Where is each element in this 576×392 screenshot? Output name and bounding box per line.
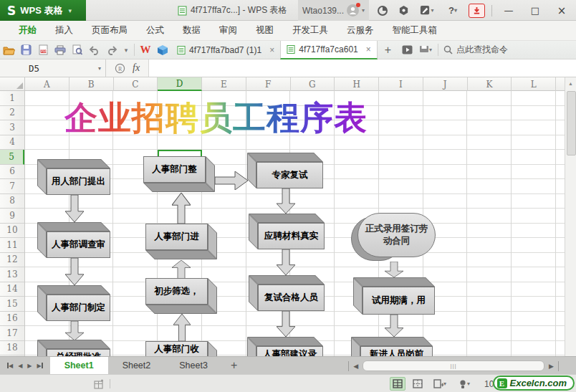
flowchart-box[interactable]: 人事部门进 (145, 224, 217, 259)
save-icon[interactable] (17, 42, 34, 58)
formula-input[interactable] (148, 59, 576, 77)
prev-sheet-icon[interactable]: ◀ (18, 363, 22, 369)
row-header-12[interactable]: 12 (0, 253, 24, 268)
flowchart-box[interactable]: 人事部建议录 (247, 337, 323, 356)
3d-cube-icon[interactable] (154, 42, 171, 58)
menu-cloud[interactable]: 云服务 (338, 21, 383, 39)
circled-r-icon[interactable]: R (115, 63, 125, 74)
close-icon[interactable]: × (366, 44, 371, 54)
down-arrow-shape[interactable] (277, 311, 295, 337)
flowchart-box[interactable]: 总经理批准 (37, 340, 110, 356)
settings-icon[interactable] (396, 4, 411, 18)
export-pdf-icon[interactable]: PDF (34, 42, 52, 58)
row-header-18[interactable]: 18 (0, 341, 24, 356)
page-break-view-icon[interactable] (410, 377, 426, 391)
flowchart-box[interactable]: 人事部门整 (143, 156, 215, 192)
flowchart-box[interactable]: 复试合格人员 (249, 275, 325, 311)
down-arrow-shape[interactable] (277, 249, 295, 275)
sheet-tab-sheet2[interactable]: Sheet2 (108, 357, 165, 374)
vertical-scrollbar[interactable]: ▲ (565, 77, 576, 356)
flowchart-box[interactable]: 试用期满，用 (353, 277, 435, 315)
menu-smart-tools[interactable]: 智能工具箱 (384, 21, 446, 39)
doc-tab[interactable]: 4f717ffa7bad7 (1)1 × (171, 41, 280, 59)
down-arrow-shape[interactable] (65, 195, 84, 222)
row-header-4[interactable]: 4 (0, 135, 24, 150)
column-header-c[interactable]: C (114, 77, 158, 91)
video-tutorial-icon[interactable] (398, 42, 416, 58)
row-header-15[interactable]: 15 (0, 297, 24, 312)
minimize-button[interactable]: — (499, 3, 519, 19)
row-header-11[interactable]: 11 (0, 238, 24, 253)
help-icon[interactable]: ? ▾ (443, 4, 462, 18)
last-sheet-icon[interactable]: ▶ (37, 363, 42, 369)
horizontal-scroll-thumb[interactable]: ||| (363, 360, 544, 371)
scroll-right-icon[interactable]: ▶ (549, 363, 554, 370)
row-header-1[interactable]: 1 (0, 91, 24, 106)
undo-icon[interactable] (86, 42, 103, 58)
edit-mode-icon[interactable]: ▾ (417, 4, 437, 18)
row-header-6[interactable]: 6 (0, 165, 24, 180)
column-header-a[interactable]: A (25, 77, 69, 91)
column-header-e[interactable]: E (202, 77, 246, 91)
menu-formulas[interactable]: 公式 (138, 21, 173, 39)
wordart-title[interactable]: 企业招聘员工程序表 (64, 96, 368, 140)
page-layout-view-icon[interactable]: ▾ (430, 377, 450, 391)
doc-tab-active[interactable]: 4f717ffa7ca601 × (280, 41, 378, 59)
column-header-i[interactable]: I (379, 77, 423, 91)
new-doc-tab-button[interactable]: + (378, 44, 398, 57)
insert-function-icon[interactable]: fx (133, 62, 140, 74)
up-arrow-shape[interactable] (172, 193, 191, 224)
row-header-3[interactable]: 3 (0, 120, 24, 135)
macro-record-icon[interactable] (93, 379, 104, 389)
download-center-icon[interactable] (469, 4, 485, 18)
column-header-l[interactable]: L (512, 77, 556, 91)
row-header-17[interactable]: 17 (0, 326, 24, 341)
down-arrow-shape[interactable] (277, 188, 295, 214)
wps-writer-icon[interactable]: W (137, 42, 154, 58)
up-arrow-shape[interactable] (173, 314, 191, 341)
menu-review[interactable]: 审阅 (211, 21, 246, 39)
column-header-f[interactable]: F (246, 77, 291, 91)
flowchart-box[interactable]: 用人部门提出 (37, 159, 110, 195)
row-header-8[interactable]: 8 (0, 194, 24, 209)
select-all-corner[interactable] (0, 77, 25, 91)
column-header-h[interactable]: H (335, 77, 379, 91)
down-arrow-shape[interactable] (65, 321, 84, 340)
column-header-k[interactable]: K (468, 77, 512, 91)
wps-app-button[interactable]: S WPS 表格 ▾ (0, 0, 86, 21)
community-icon[interactable] (375, 4, 390, 18)
open-file-icon[interactable] (0, 42, 17, 58)
flowchart-box[interactable]: 人事部调查审 (37, 222, 110, 258)
user-account-button[interactable]: Wtao139... ▾ (298, 0, 369, 21)
menu-insert[interactable]: 插入 (47, 21, 82, 39)
row-header-7[interactable]: 7 (0, 179, 24, 194)
flowchart-box[interactable]: 人事部门制定 (37, 285, 110, 321)
chevron-down-icon[interactable]: ▾ (98, 65, 101, 72)
print-icon[interactable] (52, 42, 69, 58)
flowchart-box[interactable]: 新进人员岗前 (351, 337, 433, 356)
first-sheet-icon[interactable]: ◀ (7, 363, 13, 369)
flowchart-capsule[interactable]: 正式录用签订劳动合同 (351, 213, 436, 262)
close-icon[interactable]: × (269, 45, 274, 55)
down-arrow-shape[interactable] (385, 262, 403, 277)
flowchart-box[interactable]: 专家复试 (247, 153, 323, 188)
column-header-g[interactable]: G (291, 77, 335, 91)
menu-data[interactable]: 数据 (174, 21, 209, 39)
redo-icon[interactable] (103, 42, 120, 58)
next-sheet-icon[interactable]: ▶ (27, 363, 32, 369)
toolbar-more-icon[interactable]: ▾ (120, 42, 132, 58)
flowchart-box[interactable]: 人事部门收 (145, 341, 217, 356)
sheet-tab-sheet1[interactable]: Sheet1 (50, 357, 108, 374)
name-box[interactable]: D5 ▾ (0, 59, 106, 77)
scroll-left-icon[interactable]: ◀ (353, 363, 358, 370)
normal-view-icon[interactable] (390, 377, 405, 391)
row-header-16[interactable]: 16 (0, 312, 24, 327)
chevron-down-icon[interactable]: ▾ (68, 7, 72, 14)
command-search[interactable]: 点此查找命令 (443, 44, 508, 56)
vertical-scroll-thumb[interactable] (567, 91, 576, 156)
row-header-2[interactable]: 2 (0, 106, 24, 121)
menu-developer[interactable]: 开发工具 (284, 21, 337, 39)
add-sheet-button[interactable]: + (222, 357, 246, 374)
flowchart-box[interactable]: 初步筛选， (145, 278, 217, 314)
menu-view[interactable]: 视图 (247, 21, 282, 39)
